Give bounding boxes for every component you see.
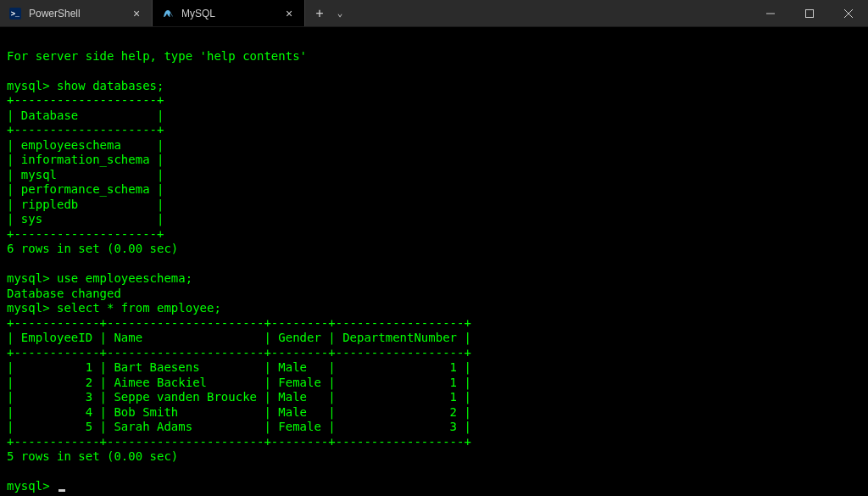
title-bar: >_ PowerShell × MySQL × + ⌄ <box>0 0 868 27</box>
cursor <box>58 489 65 492</box>
tab-mysql[interactable]: MySQL × <box>153 0 305 26</box>
minimize-button[interactable] <box>751 0 790 26</box>
new-tab-icon[interactable]: + <box>312 6 327 21</box>
tab-row: >_ PowerShell × MySQL × + ⌄ <box>0 0 354 26</box>
tab-label: PowerShell <box>29 8 123 20</box>
tab-powershell[interactable]: >_ PowerShell × <box>0 0 153 26</box>
window-controls <box>751 0 868 26</box>
terminal-output[interactable]: For server side help, type 'help content… <box>0 27 868 496</box>
powershell-icon: >_ <box>8 7 22 20</box>
mysql-icon <box>161 7 175 20</box>
maximize-button[interactable] <box>790 0 829 26</box>
close-icon[interactable]: × <box>130 8 143 20</box>
close-icon[interactable]: × <box>282 8 296 20</box>
tab-label: MySQL <box>181 8 275 20</box>
close-button[interactable] <box>829 0 868 26</box>
svg-rect-0 <box>806 9 814 17</box>
chevron-down-icon[interactable]: ⌄ <box>332 8 348 19</box>
tab-actions: + ⌄ <box>305 0 354 26</box>
